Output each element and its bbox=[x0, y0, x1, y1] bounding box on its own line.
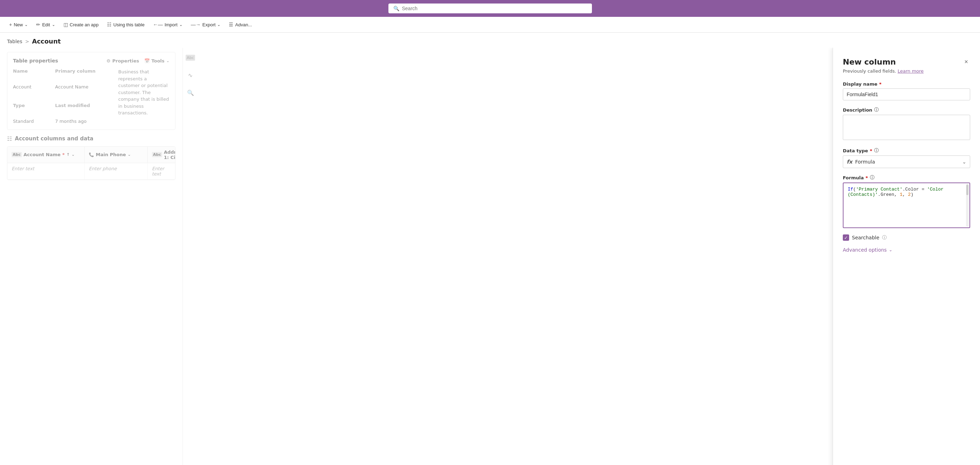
col-main-phone-header: 📞 Main Phone ⌄ bbox=[84, 147, 148, 163]
display-name-label: Display name * bbox=[843, 81, 970, 87]
formula-label: Formula * ⓘ bbox=[843, 174, 970, 181]
search-box[interactable]: 🔍 bbox=[388, 3, 592, 13]
tools-chevron-icon: ⌄ bbox=[166, 59, 169, 63]
card-tools: ⚙ Properties 📅 Tools ⌄ bbox=[106, 58, 169, 64]
table-properties-title: Table properties bbox=[13, 58, 58, 64]
create-app-icon: ◫ bbox=[64, 22, 68, 27]
data-table: Abc Account Name * ↑ ⌄ 📞 Main Phone ⌄ Ab… bbox=[7, 147, 175, 180]
panel-subtitle: Previously called fields. Learn more bbox=[843, 68, 970, 74]
enter-text-1[interactable]: Enter text bbox=[7, 163, 84, 179]
primary-value: Account Name bbox=[55, 84, 118, 98]
import-button[interactable]: ←― Import ⌄ bbox=[150, 20, 186, 29]
grid-icon: ☷ bbox=[7, 135, 12, 142]
enter-text-2[interactable]: Enter text bbox=[148, 163, 175, 179]
description-info-icon[interactable]: ⓘ bbox=[874, 107, 878, 113]
table-properties-card: Table properties ⚙ Properties 📅 Tools ⌄ … bbox=[7, 52, 175, 130]
using-table-button[interactable]: ☷ Using this table bbox=[103, 20, 148, 29]
formula-scrollbar[interactable] bbox=[966, 184, 969, 227]
formula-field: Formula * ⓘ If('Primary Contact'.Color =… bbox=[843, 174, 970, 228]
side-icon-search[interactable]: 🔍 bbox=[185, 87, 196, 98]
search-input[interactable] bbox=[402, 6, 587, 11]
table-icon: ☷ bbox=[107, 22, 111, 27]
top-bar: 🔍 bbox=[0, 0, 980, 17]
select-chevron-icon: ⌄ bbox=[962, 159, 966, 165]
edit-icon: ✏ bbox=[36, 22, 40, 27]
col2-chevron-icon[interactable]: ⌄ bbox=[128, 152, 131, 157]
data-type-select[interactable]: fx Formula ⌄ bbox=[843, 156, 970, 168]
description-field: Description ⓘ bbox=[843, 107, 970, 141]
toolbar: + New ⌄ ✏ Edit ⌄ ◫ Create an app ☷ Using… bbox=[0, 17, 980, 33]
col-name-header: Name bbox=[13, 68, 55, 82]
col1-chevron-icon[interactable]: ⌄ bbox=[72, 152, 75, 157]
export-button[interactable]: ―→ Export ⌄ bbox=[188, 20, 224, 29]
create-app-button[interactable]: ◫ Create an app bbox=[60, 20, 102, 29]
panel-header: New column × bbox=[843, 57, 970, 66]
side-icon-share[interactable]: ∿ bbox=[185, 70, 196, 81]
check-icon: ✓ bbox=[844, 235, 848, 240]
edit-button[interactable]: ✏ Edit ⌄ bbox=[33, 20, 58, 29]
properties-button[interactable]: ⚙ Properties bbox=[106, 58, 139, 64]
description-input[interactable] bbox=[843, 115, 970, 140]
data-type-field: Data type * ⓘ fx Formula ⌄ bbox=[843, 147, 970, 168]
formula-content: If('Primary Contact'.Color = 'Color (Con… bbox=[848, 187, 943, 197]
searchable-row: ✓ Searchable ⓘ bbox=[843, 234, 970, 241]
data-type-info-icon[interactable]: ⓘ bbox=[874, 147, 878, 154]
fx-icon: fx bbox=[847, 159, 852, 165]
phone-icon: 📞 bbox=[89, 152, 94, 157]
searchable-label: Searchable bbox=[852, 235, 879, 240]
export-chevron-icon: ⌄ bbox=[217, 22, 220, 27]
account-columns-section: ☷ Account columns and data Abc Account N… bbox=[7, 135, 175, 180]
data-type-label: Data type * ⓘ bbox=[843, 147, 970, 154]
last-modified-value: 7 months ago bbox=[55, 119, 118, 124]
formula-info-icon[interactable]: ⓘ bbox=[870, 174, 874, 181]
breadcrumb-current: Account bbox=[32, 38, 61, 45]
abc-icon-2: Abc bbox=[152, 152, 162, 157]
data-type-required: * bbox=[870, 148, 872, 153]
import-chevron-icon: ⌄ bbox=[179, 22, 183, 27]
new-column-panel: New column × Previously called fields. L… bbox=[833, 48, 980, 465]
advanced-icon: ☰ bbox=[229, 22, 233, 27]
settings-icon: ⚙ bbox=[106, 58, 111, 64]
close-button[interactable]: × bbox=[962, 57, 970, 66]
breadcrumb-tables[interactable]: Tables bbox=[7, 38, 22, 44]
left-panel: Table properties ⚙ Properties 📅 Tools ⌄ … bbox=[0, 48, 183, 465]
breadcrumb: Tables > Account bbox=[0, 33, 980, 48]
name-value: Account bbox=[13, 84, 55, 98]
section-header: ☷ Account columns and data bbox=[7, 135, 175, 142]
sort-up-icon: ↑ bbox=[66, 152, 70, 157]
new-chevron-icon: ⌄ bbox=[25, 22, 28, 27]
tools-icon: 📅 bbox=[144, 58, 150, 64]
edit-chevron-icon: ⌄ bbox=[52, 22, 55, 27]
formula-editor[interactable]: If('Primary Contact'.Color = 'Color (Con… bbox=[843, 183, 970, 228]
advanced-options-link[interactable]: Advanced options ⌄ bbox=[843, 247, 970, 253]
side-icons: Abc ∿ 🔍 bbox=[183, 48, 198, 465]
table-meta: Name Primary column Business that repres… bbox=[13, 68, 169, 124]
share-icon: ∿ bbox=[188, 72, 192, 79]
magnify-icon: 🔍 bbox=[187, 89, 194, 96]
required-star: * bbox=[879, 81, 882, 87]
last-modified-label: Last modified bbox=[55, 103, 118, 116]
description-label: Description ⓘ bbox=[843, 107, 970, 113]
scrollbar-thumb bbox=[966, 185, 969, 195]
card-header: Table properties ⚙ Properties 📅 Tools ⌄ bbox=[13, 58, 169, 64]
display-name-input[interactable] bbox=[843, 88, 970, 100]
abc-icon-1: Abc bbox=[11, 152, 22, 157]
display-name-field: Display name * bbox=[843, 81, 970, 100]
search-icon: 🔍 bbox=[393, 6, 399, 11]
advanced-button[interactable]: ☰ Advan... bbox=[225, 20, 255, 29]
breadcrumb-separator: > bbox=[25, 38, 29, 44]
new-button[interactable]: + New ⌄ bbox=[6, 20, 31, 29]
formula-required: * bbox=[865, 175, 868, 180]
panel-title: New column bbox=[843, 57, 896, 66]
type-label: Type bbox=[13, 103, 55, 116]
learn-more-link[interactable]: Learn more bbox=[897, 68, 924, 74]
col-primary-header: Primary column bbox=[55, 68, 118, 82]
tools-button[interactable]: 📅 Tools ⌄ bbox=[144, 58, 169, 64]
data-table-header: Abc Account Name * ↑ ⌄ 📞 Main Phone ⌄ Ab… bbox=[7, 147, 175, 163]
searchable-info-icon[interactable]: ⓘ bbox=[882, 234, 887, 241]
side-icon-abc[interactable]: Abc bbox=[185, 52, 196, 63]
type-value: Standard bbox=[13, 119, 55, 124]
searchable-checkbox[interactable]: ✓ bbox=[843, 234, 849, 241]
enter-phone[interactable]: Enter phone bbox=[84, 163, 148, 179]
plus-icon: + bbox=[9, 22, 12, 27]
